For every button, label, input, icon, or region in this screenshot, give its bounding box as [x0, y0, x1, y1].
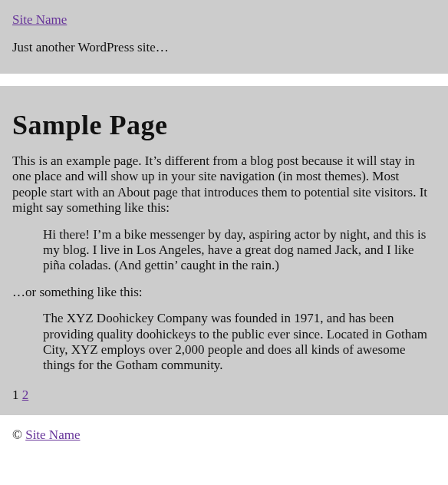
middle-paragraph: …or something like this:	[12, 285, 436, 300]
site-footer: © Site Name	[0, 415, 448, 455]
site-header: Site Name Just another WordPress site…	[0, 0, 448, 74]
quote-text-1: Hi there! I’m a bike messenger by day, a…	[43, 227, 436, 274]
pagination-link-2[interactable]: 2	[22, 388, 29, 402]
pagination: 1 2	[12, 384, 436, 403]
quote-text-2: The XYZ Doohickey Company was founded in…	[43, 311, 436, 374]
page-content: Sample Page This is an example page. It’…	[0, 86, 448, 415]
pagination-current: 1	[12, 388, 19, 402]
site-tagline: Just another WordPress site…	[12, 40, 436, 55]
copyright-symbol: ©	[12, 427, 22, 442]
intro-paragraph: This is an example page. It’s different …	[12, 153, 436, 216]
quote-block-2: The XYZ Doohickey Company was founded in…	[43, 311, 436, 374]
site-title-link[interactable]: Site Name	[12, 12, 67, 27]
page-title: Sample Page	[12, 86, 436, 153]
quote-block-1: Hi there! I’m a bike messenger by day, a…	[43, 227, 436, 274]
footer-site-link[interactable]: Site Name	[25, 427, 80, 442]
